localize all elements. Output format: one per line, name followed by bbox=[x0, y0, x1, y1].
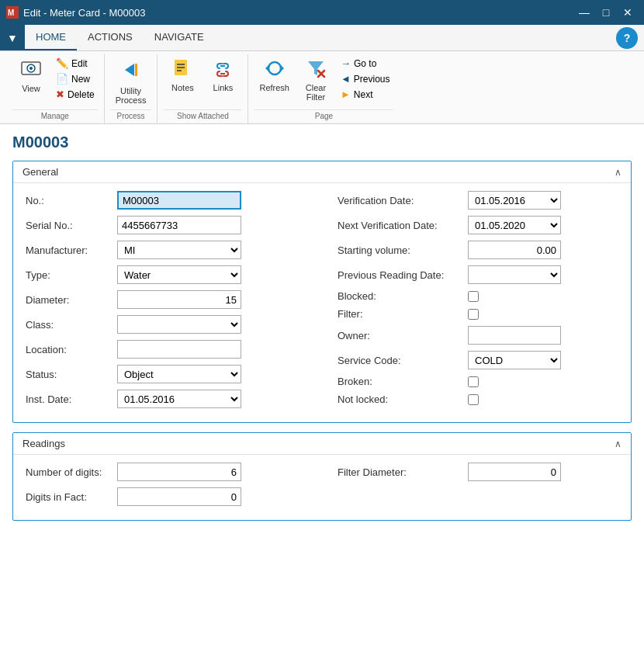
field-diameter: Diameter: bbox=[26, 290, 306, 309]
field-manufacturer-label: Manufacturer: bbox=[26, 244, 111, 256]
window-controls: — □ ✕ bbox=[574, 4, 638, 21]
field-status-select[interactable]: Object bbox=[117, 365, 241, 383]
process-group-label: Process bbox=[111, 109, 151, 123]
field-service-code-select[interactable]: COLD bbox=[468, 351, 561, 369]
general-section-chevron[interactable]: ∧ bbox=[615, 167, 621, 178]
svg-marker-14 bbox=[265, 65, 268, 71]
delete-button[interactable]: ✖ Delete bbox=[53, 87, 98, 102]
field-filter: Filter: bbox=[338, 308, 618, 320]
field-owner-input[interactable] bbox=[468, 326, 561, 345]
previous-button[interactable]: ◄ Previous bbox=[338, 71, 393, 86]
tab-actions[interactable]: ACTIONS bbox=[77, 25, 144, 50]
field-no-input[interactable] bbox=[117, 191, 241, 210]
field-no-label: No.: bbox=[26, 195, 111, 206]
field-location-input[interactable] bbox=[117, 340, 241, 359]
minimize-button[interactable]: — bbox=[574, 4, 594, 21]
page-nav-group: → Go to ◄ Previous ► Next bbox=[338, 54, 393, 102]
ribbon-group-page: Refresh Clear Filter → Go to bbox=[248, 54, 399, 123]
readings-left-col: Number of digits: Digits in Fact: bbox=[26, 463, 306, 512]
general-section-label: General bbox=[23, 166, 58, 178]
field-blocked-label: Blocked: bbox=[338, 290, 462, 302]
general-section-body: No.: Serial No.: Manufacturer: MI Type: bbox=[13, 183, 631, 422]
tab-home[interactable]: HOME bbox=[25, 25, 77, 50]
field-status: Status: Object bbox=[26, 365, 306, 383]
clear-filter-icon bbox=[305, 57, 327, 81]
app-icon: M bbox=[6, 6, 19, 19]
field-class: Class: bbox=[26, 315, 306, 334]
notes-icon bbox=[171, 57, 193, 81]
page-content: M00003 General ∧ No.: Serial No.: Manufa… bbox=[0, 124, 644, 662]
links-label: Links bbox=[213, 83, 234, 92]
next-button[interactable]: ► Next bbox=[338, 87, 393, 102]
general-section: General ∧ No.: Serial No.: Manufacturer:… bbox=[12, 161, 632, 423]
field-blocked: Blocked: bbox=[338, 290, 618, 302]
previous-icon: ◄ bbox=[341, 73, 351, 85]
field-verification-date-select[interactable]: 01.05.2016 bbox=[468, 191, 561, 210]
ribbon-group-show-attached: Notes Links Show Attached bbox=[158, 54, 248, 123]
svg-marker-5 bbox=[125, 64, 134, 76]
links-button[interactable]: Links bbox=[204, 54, 241, 95]
field-type-label: Type: bbox=[26, 269, 111, 281]
field-manufacturer: Manufacturer: MI bbox=[26, 241, 306, 259]
field-inst-date-select[interactable]: 01.05.2016 bbox=[117, 390, 241, 408]
readings-right-col: Filter Diameter: bbox=[338, 463, 618, 512]
close-button[interactable]: ✕ bbox=[618, 4, 638, 21]
tab-navigate[interactable]: NAVIGATE bbox=[144, 25, 215, 50]
readings-section-chevron[interactable]: ∧ bbox=[615, 438, 621, 449]
field-verification-date-label: Verification Date: bbox=[338, 195, 462, 206]
field-serial-no-label: Serial No.: bbox=[26, 220, 111, 231]
field-filter-checkbox[interactable] bbox=[468, 309, 479, 320]
manage-small-group: ✏️ Edit 📄 New ✖ Delete bbox=[53, 54, 98, 102]
field-owner-label: Owner: bbox=[338, 330, 462, 341]
clear-filter-button[interactable]: Clear Filter bbox=[297, 54, 334, 105]
field-digits-in-fact-input[interactable] bbox=[117, 487, 241, 506]
field-not-locked-checkbox[interactable] bbox=[468, 394, 479, 405]
field-broken-checkbox[interactable] bbox=[468, 376, 479, 387]
utility-process-button[interactable]: Utility Process bbox=[111, 54, 151, 108]
general-right-col: Verification Date: 01.05.2016 Next Verif… bbox=[338, 191, 618, 414]
field-number-of-digits-input[interactable] bbox=[117, 463, 241, 481]
view-button[interactable]: View bbox=[12, 54, 50, 96]
field-starting-volume: Starting volume: bbox=[338, 241, 618, 259]
field-number-of-digits: Number of digits: bbox=[26, 463, 306, 481]
svg-rect-6 bbox=[135, 64, 137, 76]
field-previous-reading-date-select[interactable] bbox=[468, 265, 561, 284]
field-filter-diameter-input[interactable] bbox=[468, 463, 561, 481]
field-service-code-label: Service Code: bbox=[338, 355, 462, 366]
notes-label: Notes bbox=[171, 83, 194, 92]
field-type-select[interactable]: Water bbox=[117, 265, 241, 284]
next-label: Next bbox=[354, 89, 373, 100]
field-blocked-checkbox[interactable] bbox=[468, 291, 479, 302]
field-type: Type: Water bbox=[26, 265, 306, 284]
edit-button[interactable]: ✏️ Edit bbox=[53, 56, 98, 71]
menu-dropdown-button[interactable]: ▼ bbox=[0, 25, 25, 50]
title-bar: M Edit - Meter Card - M00003 — □ ✕ bbox=[0, 0, 644, 25]
field-next-verification-date: Next Verification Date: 01.05.2020 bbox=[338, 216, 618, 234]
field-starting-volume-input[interactable] bbox=[468, 241, 561, 259]
field-serial-no-input[interactable] bbox=[117, 216, 241, 234]
new-label: New bbox=[71, 74, 90, 85]
readings-section-label: Readings bbox=[23, 438, 65, 449]
help-button[interactable]: ? bbox=[616, 27, 638, 49]
menu-bar: ▼ HOME ACTIONS NAVIGATE ? bbox=[0, 25, 644, 51]
field-diameter-input[interactable] bbox=[117, 290, 241, 309]
goto-label: Go to bbox=[354, 58, 376, 69]
readings-section-body: Number of digits: Digits in Fact: Filter… bbox=[13, 455, 631, 520]
field-previous-reading-date: Previous Reading Date: bbox=[338, 265, 618, 284]
new-button[interactable]: 📄 New bbox=[53, 71, 98, 86]
field-manufacturer-select[interactable]: MI bbox=[117, 241, 241, 259]
field-next-verification-date-select[interactable]: 01.05.2020 bbox=[468, 216, 561, 234]
refresh-label: Refresh bbox=[259, 83, 289, 92]
readings-section-header: Readings ∧ bbox=[13, 433, 631, 455]
notes-button[interactable]: Notes bbox=[164, 54, 201, 95]
maximize-button[interactable]: □ bbox=[596, 4, 616, 21]
refresh-button[interactable]: Refresh bbox=[254, 54, 294, 95]
ribbon-group-manage: View ✏️ Edit 📄 New ✖ Delete Manage bbox=[6, 54, 105, 123]
field-class-select[interactable] bbox=[117, 315, 241, 334]
field-filter-label: Filter: bbox=[338, 308, 462, 320]
goto-button[interactable]: → Go to bbox=[338, 56, 393, 71]
field-next-verification-date-label: Next Verification Date: bbox=[338, 220, 462, 231]
field-broken: Broken: bbox=[338, 376, 618, 387]
page-group-label: Page bbox=[254, 109, 393, 123]
edit-label: Edit bbox=[71, 58, 88, 69]
